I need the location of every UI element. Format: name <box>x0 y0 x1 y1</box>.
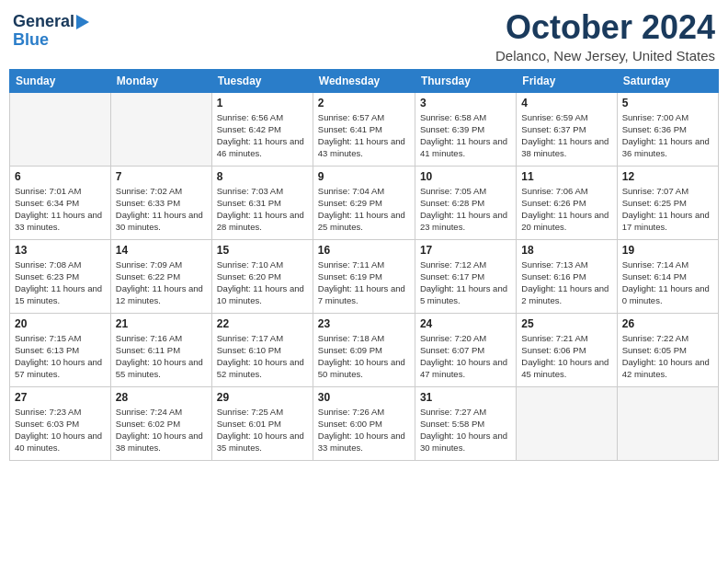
day-number: 23 <box>318 317 410 330</box>
day-detail: Sunrise: 7:21 AM Sunset: 6:06 PM Dayligh… <box>521 332 611 381</box>
week-row-4: 20Sunrise: 7:15 AM Sunset: 6:13 PM Dayli… <box>10 313 719 386</box>
weekday-header-friday: Friday <box>517 69 617 92</box>
day-cell <box>110 92 211 166</box>
day-number: 17 <box>420 244 511 257</box>
day-number: 1 <box>217 97 308 109</box>
day-number: 10 <box>420 170 511 183</box>
day-number: 13 <box>15 244 106 257</box>
day-cell: 23Sunrise: 7:18 AM Sunset: 6:09 PM Dayli… <box>313 313 415 386</box>
day-number: 16 <box>318 244 410 257</box>
day-number: 5 <box>622 97 713 109</box>
day-number: 30 <box>318 391 410 404</box>
day-number: 9 <box>318 170 410 183</box>
day-cell: 14Sunrise: 7:09 AM Sunset: 6:22 PM Dayli… <box>110 239 211 313</box>
day-detail: Sunrise: 7:08 AM Sunset: 6:23 PM Dayligh… <box>15 259 106 307</box>
day-detail: Sunrise: 7:04 AM Sunset: 6:29 PM Dayligh… <box>318 185 410 234</box>
day-cell <box>517 386 617 460</box>
day-detail: Sunrise: 6:58 AM Sunset: 6:39 PM Dayligh… <box>420 111 511 160</box>
weekday-header-thursday: Thursday <box>415 69 516 92</box>
day-detail: Sunrise: 6:57 AM Sunset: 6:41 PM Dayligh… <box>318 111 410 160</box>
day-cell: 13Sunrise: 7:08 AM Sunset: 6:23 PM Dayli… <box>10 239 111 313</box>
day-cell: 10Sunrise: 7:05 AM Sunset: 6:28 PM Dayli… <box>415 166 516 239</box>
day-number: 28 <box>116 391 207 404</box>
logo-text-blue: Blue <box>13 31 49 50</box>
day-cell: 28Sunrise: 7:24 AM Sunset: 6:02 PM Dayli… <box>110 386 211 460</box>
day-detail: Sunrise: 7:05 AM Sunset: 6:28 PM Dayligh… <box>420 185 511 234</box>
day-number: 20 <box>15 317 106 330</box>
week-row-1: 1Sunrise: 6:56 AM Sunset: 6:42 PM Daylig… <box>10 92 719 166</box>
day-number: 22 <box>217 317 308 330</box>
day-cell: 7Sunrise: 7:02 AM Sunset: 6:33 PM Daylig… <box>110 166 211 239</box>
weekday-header-saturday: Saturday <box>617 69 718 92</box>
day-number: 18 <box>521 244 611 257</box>
day-cell: 4Sunrise: 6:59 AM Sunset: 6:37 PM Daylig… <box>517 92 617 166</box>
day-detail: Sunrise: 7:02 AM Sunset: 6:33 PM Dayligh… <box>116 185 207 234</box>
day-cell: 18Sunrise: 7:13 AM Sunset: 6:16 PM Dayli… <box>517 239 617 313</box>
day-cell: 3Sunrise: 6:58 AM Sunset: 6:39 PM Daylig… <box>415 92 516 166</box>
day-detail: Sunrise: 7:18 AM Sunset: 6:09 PM Dayligh… <box>318 332 410 381</box>
day-detail: Sunrise: 7:12 AM Sunset: 6:17 PM Dayligh… <box>420 259 511 307</box>
week-row-2: 6Sunrise: 7:01 AM Sunset: 6:34 PM Daylig… <box>10 166 719 239</box>
day-number: 4 <box>521 97 611 109</box>
day-number: 26 <box>622 317 713 330</box>
day-detail: Sunrise: 7:10 AM Sunset: 6:20 PM Dayligh… <box>217 259 308 307</box>
day-detail: Sunrise: 6:59 AM Sunset: 6:37 PM Dayligh… <box>521 111 611 160</box>
week-row-3: 13Sunrise: 7:08 AM Sunset: 6:23 PM Dayli… <box>10 239 719 313</box>
day-cell: 27Sunrise: 7:23 AM Sunset: 6:03 PM Dayli… <box>10 386 111 460</box>
day-cell: 11Sunrise: 7:06 AM Sunset: 6:26 PM Dayli… <box>517 166 617 239</box>
day-detail: Sunrise: 7:25 AM Sunset: 6:01 PM Dayligh… <box>217 406 308 454</box>
day-cell: 16Sunrise: 7:11 AM Sunset: 6:19 PM Dayli… <box>313 239 415 313</box>
day-detail: Sunrise: 7:09 AM Sunset: 6:22 PM Dayligh… <box>116 259 207 307</box>
day-number: 19 <box>622 244 713 257</box>
day-number: 31 <box>420 391 511 404</box>
day-number: 29 <box>217 391 308 404</box>
day-detail: Sunrise: 7:07 AM Sunset: 6:25 PM Dayligh… <box>622 185 713 234</box>
day-cell: 5Sunrise: 7:00 AM Sunset: 6:36 PM Daylig… <box>617 92 718 166</box>
day-cell: 30Sunrise: 7:26 AM Sunset: 6:00 PM Dayli… <box>313 386 415 460</box>
day-cell: 1Sunrise: 6:56 AM Sunset: 6:42 PM Daylig… <box>211 92 313 166</box>
day-cell <box>10 92 111 166</box>
weekday-header-wednesday: Wednesday <box>313 69 415 92</box>
day-cell: 8Sunrise: 7:03 AM Sunset: 6:31 PM Daylig… <box>211 166 313 239</box>
day-cell: 22Sunrise: 7:17 AM Sunset: 6:10 PM Dayli… <box>211 313 313 386</box>
weekday-header-monday: Monday <box>110 69 211 92</box>
day-detail: Sunrise: 7:14 AM Sunset: 6:14 PM Dayligh… <box>622 259 713 307</box>
day-detail: Sunrise: 7:22 AM Sunset: 6:05 PM Dayligh… <box>622 332 713 381</box>
day-detail: Sunrise: 7:01 AM Sunset: 6:34 PM Dayligh… <box>15 185 106 234</box>
day-detail: Sunrise: 7:13 AM Sunset: 6:16 PM Dayligh… <box>521 259 611 307</box>
day-detail: Sunrise: 7:06 AM Sunset: 6:26 PM Dayligh… <box>521 185 611 234</box>
day-cell: 31Sunrise: 7:27 AM Sunset: 5:58 PM Dayli… <box>415 386 516 460</box>
day-cell: 9Sunrise: 7:04 AM Sunset: 6:29 PM Daylig… <box>313 166 415 239</box>
location-title: Delanco, New Jersey, United States <box>495 48 715 63</box>
day-detail: Sunrise: 7:03 AM Sunset: 6:31 PM Dayligh… <box>217 185 308 234</box>
day-number: 27 <box>15 391 106 404</box>
day-number: 6 <box>15 170 106 183</box>
day-number: 21 <box>116 317 207 330</box>
day-number: 11 <box>521 170 611 183</box>
day-cell: 21Sunrise: 7:16 AM Sunset: 6:11 PM Dayli… <box>110 313 211 386</box>
day-number: 14 <box>116 244 207 257</box>
day-detail: Sunrise: 7:11 AM Sunset: 6:19 PM Dayligh… <box>318 259 410 307</box>
weekday-header-sunday: Sunday <box>10 69 111 92</box>
day-number: 15 <box>217 244 308 257</box>
day-cell: 15Sunrise: 7:10 AM Sunset: 6:20 PM Dayli… <box>211 239 313 313</box>
day-number: 12 <box>622 170 713 183</box>
day-cell: 19Sunrise: 7:14 AM Sunset: 6:14 PM Dayli… <box>617 239 718 313</box>
logo-arrow-icon <box>76 15 89 29</box>
month-title: October 2024 <box>495 9 715 46</box>
logo-text-general: General <box>13 13 74 31</box>
day-detail: Sunrise: 7:00 AM Sunset: 6:36 PM Dayligh… <box>622 111 713 160</box>
day-cell: 6Sunrise: 7:01 AM Sunset: 6:34 PM Daylig… <box>10 166 111 239</box>
day-detail: Sunrise: 7:23 AM Sunset: 6:03 PM Dayligh… <box>15 406 106 454</box>
title-block: October 2024 Delanco, New Jersey, United… <box>495 9 715 63</box>
day-detail: Sunrise: 7:16 AM Sunset: 6:11 PM Dayligh… <box>116 332 207 381</box>
day-cell <box>617 386 718 460</box>
day-number: 24 <box>420 317 511 330</box>
day-cell: 2Sunrise: 6:57 AM Sunset: 6:41 PM Daylig… <box>313 92 415 166</box>
day-cell: 17Sunrise: 7:12 AM Sunset: 6:17 PM Dayli… <box>415 239 516 313</box>
day-number: 2 <box>318 97 410 109</box>
week-row-5: 27Sunrise: 7:23 AM Sunset: 6:03 PM Dayli… <box>10 386 719 460</box>
page-header: General Blue October 2024 Delanco, New J… <box>9 9 719 63</box>
day-cell: 12Sunrise: 7:07 AM Sunset: 6:25 PM Dayli… <box>617 166 718 239</box>
weekday-header-row: SundayMondayTuesdayWednesdayThursdayFrid… <box>10 69 719 92</box>
